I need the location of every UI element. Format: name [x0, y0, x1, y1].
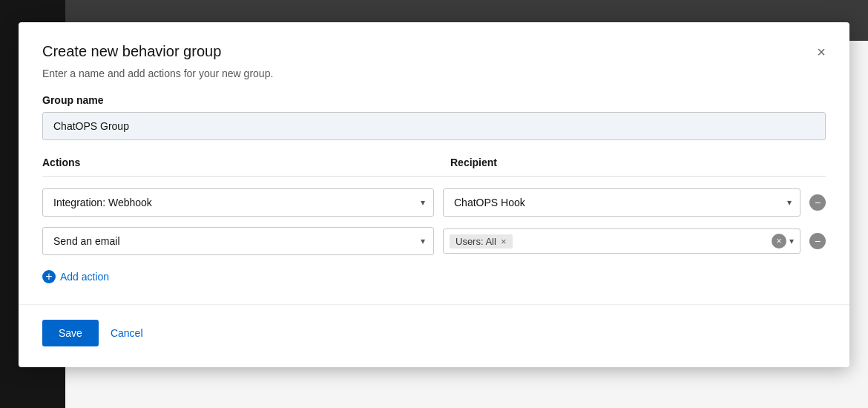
action-select-wrap-1: Integration: Webhook ▾ [42, 188, 434, 217]
tag-controls: × ▾ [772, 234, 794, 249]
action-select-wrap-2: Send an email ▾ [42, 227, 434, 255]
modal-header: Create new behavior group × [19, 22, 849, 60]
remove-action-1-button[interactable]: − [809, 194, 826, 211]
actions-col-label: Actions [42, 157, 443, 168]
remove-action-2-button[interactable]: − [809, 233, 826, 249]
modal-footer: Save Cancel [19, 304, 849, 367]
action-select-2[interactable]: Send an email [42, 227, 434, 255]
recipient-col-label: Recipient [443, 157, 826, 168]
add-action-label: Add action [60, 271, 109, 283]
cancel-button[interactable]: Cancel [108, 320, 146, 346]
tags-dropdown-button[interactable]: ▾ [789, 236, 794, 246]
action-row-1: Integration: Webhook ▾ ChatOPS Hook ▾ − [42, 188, 826, 217]
recipient-select-1[interactable]: ChatOPS Hook [443, 188, 800, 217]
recipient-wrap-1: ChatOPS Hook ▾ [443, 188, 800, 217]
action-row-2: Send an email ▾ Users: All × × [42, 227, 826, 255]
recipient-tags-wrap-2: Users: All × × ▾ [443, 228, 800, 254]
save-button[interactable]: Save [42, 320, 99, 346]
header-divider [42, 176, 826, 177]
actions-section: Actions Recipient Integration: Webhook ▾ [42, 157, 826, 283]
group-name-input[interactable] [42, 112, 826, 140]
tags-container: Users: All × × ▾ [443, 228, 800, 254]
group-name-label: Group name [42, 94, 826, 106]
users-all-tag: Users: All × [450, 234, 513, 249]
add-action-icon: + [42, 270, 56, 283]
tag-remove-button[interactable]: × [501, 237, 507, 246]
modal-backdrop: Create new behavior group × Enter a name… [0, 0, 868, 408]
create-behavior-group-modal: Create new behavior group × Enter a name… [19, 22, 849, 367]
tag-label: Users: All [456, 236, 496, 247]
action-select-1[interactable]: Integration: Webhook [42, 188, 434, 217]
add-action-button[interactable]: + Add action [42, 270, 109, 283]
modal-subtitle: Enter a name and add actions for your ne… [19, 60, 849, 79]
close-button[interactable]: × [817, 45, 826, 59]
actions-header: Actions Recipient [42, 157, 826, 176]
clear-tags-button[interactable]: × [772, 234, 786, 249]
modal-body: Group name Actions Recipient Integration… [19, 79, 849, 304]
modal-title: Create new behavior group [42, 43, 221, 60]
